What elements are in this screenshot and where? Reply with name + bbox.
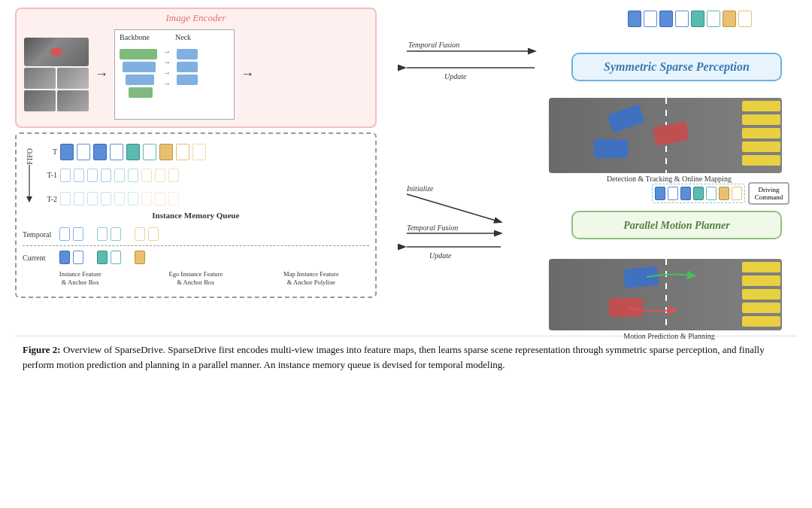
camera-image-right-bot (57, 90, 89, 111)
svg-text:Update: Update (444, 72, 467, 81)
dashed-separator (23, 245, 369, 246)
current-label: Current (23, 254, 56, 262)
detection-scene-container: Detection & Tracking & Online Mapping (549, 98, 789, 183)
arrow-to-backbone: → (95, 66, 108, 82)
bb-block-3 (126, 75, 154, 85)
queue-row-T: T (39, 141, 369, 162)
feat-orange-T1-3 (168, 169, 179, 182)
bb-block-2 (123, 62, 156, 72)
feat-teal-T-1 (126, 144, 140, 160)
stripe1 (742, 101, 780, 111)
svg-text:Temporal Fusion: Temporal Fusion (407, 224, 458, 232)
queue-row-T2: T-2 (39, 189, 369, 209)
current-blue-2 (73, 251, 83, 264)
time-label-T2: T-2 (39, 195, 57, 203)
feat-blue-T2-2 (74, 192, 84, 205)
temporal-orange-1 (135, 227, 145, 241)
car-blue-det-1 (607, 104, 645, 133)
feature-label-1: Instance Feature& Anchor Box (23, 270, 138, 287)
queue-row-T1: T-1 (39, 165, 369, 185)
camera-image-right-mid (57, 68, 89, 89)
top-token-blue-4 (675, 11, 689, 27)
temporal-teal-2 (111, 227, 121, 241)
memory-queue-label: Instance Memory Queue (23, 211, 369, 220)
feat-blue-T1-3 (87, 169, 98, 182)
temporal-blue-2 (73, 227, 83, 241)
car-red-det (653, 121, 689, 145)
stripe3 (742, 128, 780, 138)
camera-image-left-bot (24, 90, 56, 111)
right-panel-inner: Symmetric Sparse Perception (384, 8, 797, 331)
mid-token-blue-1 (655, 187, 665, 200)
temporal-blue-1 (59, 227, 70, 241)
memory-queue-box: FIFO T (15, 132, 377, 298)
svg-text:Update: Update (429, 251, 452, 260)
feat-orange-T2-3 (168, 192, 179, 205)
feat-orange-T1-1 (141, 169, 152, 182)
temporal-row: Temporal (23, 224, 369, 244)
temporal-teal-1 (97, 227, 108, 241)
queue-rows: T T-1 (39, 141, 369, 209)
backbone-blocks (120, 49, 157, 98)
caption-text: Overview of SparseDrive. SparseDrive fir… (23, 344, 765, 370)
detection-scene (549, 98, 782, 173)
feat-orange-T1-2 (155, 169, 165, 182)
backbone-neck-arrows: → → → → (163, 47, 171, 87)
mid-tokens-container: Driving Command (652, 182, 789, 205)
neck-block-3 (177, 75, 198, 85)
camera-image-top (24, 38, 89, 66)
current-blue-1 (59, 251, 70, 264)
fifo-label-container: FIFO (23, 141, 36, 209)
driving-command-box: Driving Command (748, 182, 789, 205)
current-teal-1 (97, 251, 108, 264)
main-container: Image Encoder → (0, 0, 812, 508)
planning-scene (549, 259, 782, 330)
mid-token-teal-2 (706, 187, 717, 200)
feat-blue-T-2 (77, 144, 90, 160)
feat-orange-T-2 (176, 144, 189, 160)
pmp-box: Parallel Motion Planner (571, 211, 782, 239)
feat-blue-T1-2 (74, 169, 84, 182)
backbone-neck-box: Backbone Neck → (114, 29, 235, 120)
diagram-area: Image Encoder → (15, 8, 797, 331)
image-encoder-box: Image Encoder → (15, 8, 377, 128)
bb-block-1 (120, 49, 157, 59)
feat-blue-T-1 (60, 144, 74, 160)
yellow-stripes-det (741, 98, 782, 173)
car-blue-det-2 (594, 139, 628, 158)
neck-label: Neck (175, 33, 191, 41)
top-token-blue-2 (644, 11, 657, 27)
caption-area: Figure 2: Overview of SparseDrive. Spars… (15, 336, 797, 373)
feature-label-2: Ego Instance Feature& Anchor Box (138, 270, 254, 287)
feat-blue-T2-1 (60, 192, 71, 205)
ssp-container: Symmetric Sparse Perception (571, 32, 789, 81)
bb-block-4 (129, 87, 153, 98)
ssp-title: Symmetric Sparse Perception (604, 60, 750, 73)
right-panel: Symmetric Sparse Perception (384, 8, 797, 331)
mid-tokens-row (652, 184, 745, 203)
feat-blue-T1-1 (60, 169, 71, 182)
mid-token-orange-2 (732, 187, 742, 200)
top-token-teal-2 (707, 11, 720, 27)
svg-text:Temporal Fusion: Temporal Fusion (408, 41, 459, 49)
ssp-box: Symmetric Sparse Perception (571, 53, 782, 81)
trajectory-svg (549, 259, 782, 330)
pmp-title: Parallel Motion Planner (623, 220, 730, 231)
top-token-orange-2 (738, 11, 752, 27)
time-label-T1: T-1 (39, 171, 57, 179)
top-token-blue-3 (659, 11, 673, 27)
feat-blue-T2-3 (87, 192, 98, 205)
top-tokens-row (628, 9, 789, 27)
feat-orange-T2-2 (155, 192, 165, 205)
feat-blue-T1-4 (101, 169, 111, 182)
feat-teal-T-2 (143, 144, 156, 160)
planning-scene-label: Motion Prediction & Planning (549, 332, 789, 340)
stripe2 (742, 114, 780, 125)
temporal-label: Temporal (23, 230, 56, 239)
stripe5 (742, 155, 780, 166)
planning-scene-container: Motion Prediction & Planning (549, 259, 789, 340)
mid-token-blue-3 (680, 187, 691, 200)
temporal-orange-2 (148, 227, 159, 241)
mid-token-teal-1 (693, 187, 704, 200)
neck-block-2 (177, 62, 198, 72)
